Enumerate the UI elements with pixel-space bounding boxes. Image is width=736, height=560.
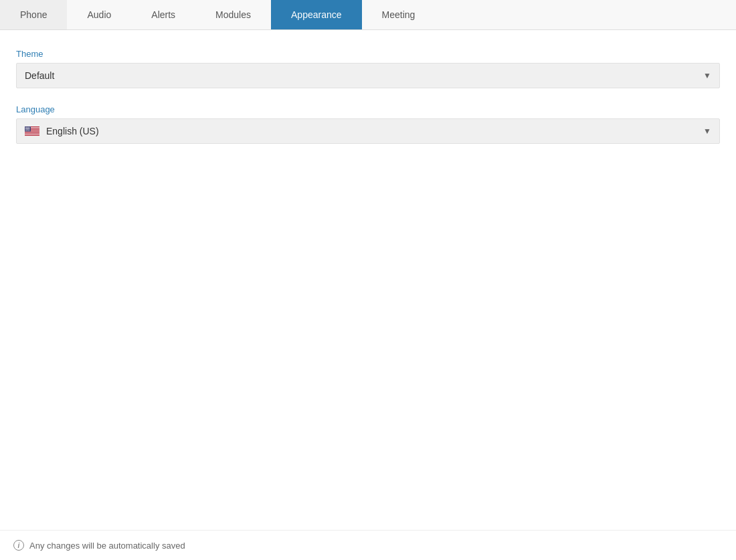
tab-modules[interactable]: Modules: [195, 0, 271, 29]
info-icon: i: [13, 540, 24, 551]
tab-appearance[interactable]: Appearance: [271, 0, 362, 29]
language-field-group: Language: [16, 104, 720, 144]
language-select-wrapper: English (US) English (UK) Español França…: [16, 118, 720, 144]
tabs-bar: Phone Audio Alerts Modules Appearance Me…: [0, 0, 736, 30]
tab-phone[interactable]: Phone: [0, 0, 67, 29]
tab-meeting[interactable]: Meeting: [362, 0, 436, 29]
theme-select[interactable]: Default Light Dark: [17, 64, 719, 88]
language-select[interactable]: English (US) English (UK) Español França…: [17, 119, 719, 143]
footer-text: Any changes will be automatically saved: [29, 541, 185, 551]
theme-field-group: Theme Default Light Dark ▼: [16, 49, 720, 88]
footer: i Any changes will be automatically save…: [0, 530, 736, 560]
theme-select-wrapper: Default Light Dark ▼: [16, 63, 720, 88]
language-label: Language: [16, 104, 720, 114]
tab-alerts[interactable]: Alerts: [131, 0, 195, 29]
tab-audio[interactable]: Audio: [67, 0, 131, 29]
theme-label: Theme: [16, 49, 720, 59]
content-area: Theme Default Light Dark ▼ Language: [0, 30, 736, 179]
